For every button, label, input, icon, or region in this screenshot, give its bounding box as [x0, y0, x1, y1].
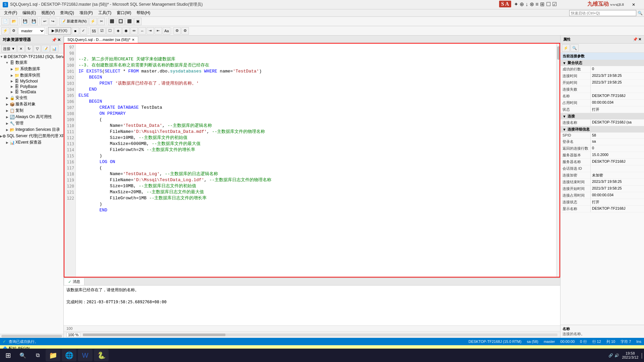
zoom-level[interactable]: 100 % [66, 332, 80, 337]
tree-item-db-snaps[interactable]: ▶📁数据库快照 [0, 72, 63, 79]
tree-item-server-obj[interactable]: ▶📦服务器对象 [0, 101, 63, 107]
tb-b11[interactable]: ⚙ [173, 27, 181, 35]
tree-item-sql-agent[interactable]: ▶⚙SQL Server 代理(已禁用代理 XP) [0, 133, 63, 139]
tb-b1[interactable]: §§ [90, 27, 98, 35]
tree-toggle-testdata[interactable]: ▶ [9, 90, 14, 94]
tree-toggle-always-on[interactable]: ▶ [5, 115, 9, 119]
tree-item-polybase[interactable]: ▶🗄PolyBase [0, 84, 63, 89]
messages-tab[interactable]: ✓ 消息 [64, 278, 85, 285]
tb-b6[interactable]: ⇔ [130, 27, 138, 35]
tree-toggle-security[interactable]: ▶ [5, 96, 9, 100]
pin-icon[interactable]: 📌 [52, 38, 57, 42]
tb-extra2[interactable]: ▣ [134, 18, 142, 25]
close-panel-icon[interactable]: ✕ [57, 38, 61, 42]
tree-toggle-server-obj[interactable]: ▶ [5, 103, 9, 106]
python-app[interactable]: 🐍 [94, 349, 109, 352]
tree-item-testdata[interactable]: ▶🗄TestData [0, 89, 63, 95]
tb-extra1[interactable]: ⬛ [125, 18, 133, 25]
tree-toggle-polybase[interactable]: ▶ [9, 85, 14, 88]
tree-item-management[interactable]: ▶🔧管理 [0, 120, 63, 126]
word-app[interactable]: W [78, 349, 93, 352]
tree-toggle-xevent[interactable]: ▶ [5, 141, 9, 144]
tree-item-myschool[interactable]: ▶🗄MySchool [0, 79, 63, 84]
tab-close-1[interactable]: ✕ [132, 38, 135, 42]
tb-undo[interactable]: ↩ [41, 18, 48, 25]
tb-paste[interactable]: ⬛ [108, 18, 116, 25]
tb-filter[interactable]: 🔲 [117, 18, 125, 25]
execute-button[interactable]: ▶ 执行(X) [48, 27, 71, 35]
tb-b9[interactable]: ⇤ [155, 27, 162, 35]
prop-sort-btn[interactable]: ⚡ [562, 44, 570, 52]
tree-toggle-replication[interactable]: ▶ [5, 109, 9, 112]
menu-file[interactable]: 文件(F) [1, 9, 20, 16]
connect-btn[interactable]: 连接 ▼ [1, 45, 17, 52]
menu-view[interactable]: 视图(V) [39, 9, 57, 16]
tree-toggle-integration[interactable]: ▶ [5, 128, 9, 132]
menu-tools[interactable]: 工具(T) [96, 9, 114, 16]
prop-pin-icon[interactable]: 📌 [633, 37, 638, 42]
tb-b5[interactable]: ◉ [122, 27, 130, 35]
code-content[interactable]: --2. 第二步开始用CREATE 关键字来创建数据库--3. 在创建数据库名称… [76, 43, 556, 277]
tb-b4[interactable]: ◈ [114, 27, 122, 35]
tb-b8[interactable]: ⇥ [147, 27, 154, 35]
menu-window[interactable]: 窗口(W) [114, 9, 134, 16]
horizontal-scroll[interactable] [83, 333, 557, 336]
prop-section-1[interactable]: ▼ 连接 [560, 113, 644, 119]
tb-save[interactable]: 💾 [21, 18, 29, 25]
tree-item-always-on[interactable]: ▶🔄Always On 高可用性 [0, 114, 63, 120]
tb-redo[interactable]: ↪ [49, 18, 56, 25]
tree-toggle-server[interactable]: ▼ [0, 55, 3, 58]
tb-b10[interactable]: Aa [163, 27, 170, 35]
tb-cut[interactable]: ✂ [98, 18, 105, 25]
search-taskbar-btn[interactable]: 🔍 [16, 349, 30, 352]
tb-save-all[interactable]: 💾 [30, 18, 38, 25]
prop-filter-btn[interactable]: 🔍 [571, 44, 579, 52]
tree-item-databases[interactable]: ▼🗄数据库 [0, 59, 63, 66]
prop-close-icon[interactable]: ✕ [638, 37, 641, 42]
tb-col2[interactable]: ⚙ [10, 27, 17, 35]
task-view-btn[interactable]: ⧉ [31, 349, 44, 352]
menu-edit[interactable]: 编辑(E) [20, 9, 39, 16]
tree-toggle-sys-dbs[interactable]: ▶ [9, 67, 14, 71]
query-tab-1[interactable]: SQLQuery1.sql - D....master (sa (58))* ✕ [64, 36, 138, 43]
tb-parse[interactable]: ✓ [80, 27, 87, 35]
disconnect-btn[interactable]: ✕ [17, 45, 25, 52]
tb-b3[interactable]: ☐ [106, 27, 114, 35]
prop-section-2[interactable]: ▼ 连接详细信息 [560, 126, 644, 133]
tree-toggle-databases[interactable]: ▼ [5, 61, 9, 64]
db-selector[interactable]: master [18, 27, 45, 35]
tb-b7[interactable]: ↔ [139, 27, 146, 35]
tree-item-integration[interactable]: ▶📂Integration Services 目录 [0, 126, 63, 133]
menu-project[interactable]: 项目(P) [77, 9, 96, 16]
tb-b12[interactable]: ⚙ [181, 27, 189, 35]
tree-toggle-db-snaps[interactable]: ▶ [9, 74, 14, 77]
start-button[interactable]: ⊞ [1, 349, 15, 352]
quick-search-input[interactable] [569, 10, 636, 16]
menu-query[interactable]: 查询(Q) [57, 9, 76, 16]
tb-connect[interactable]: ⚡ [1, 27, 9, 35]
refresh-btn[interactable]: ↻ [25, 45, 33, 52]
report-btn[interactable]: 📊 [50, 45, 58, 52]
tree-item-server[interactable]: ▼🖥DESKTOP-TF2168J (SQL Server 15.0 [0, 54, 63, 59]
close-button[interactable]: ✕ [626, 0, 641, 9]
tb-new-query[interactable]: 📄 [1, 18, 9, 25]
tb-open[interactable]: 📂 [10, 18, 18, 25]
tb-stop[interactable]: ■ [72, 27, 79, 35]
tree-toggle-myschool[interactable]: ▶ [9, 80, 14, 83]
tree-item-replication[interactable]: ▶📋复制 [0, 107, 63, 114]
explorer-app[interactable]: 📁 [46, 349, 60, 352]
tree-toggle-sql-agent[interactable]: ▶ [0, 135, 2, 138]
tb-b2[interactable]: ☑ [98, 27, 106, 35]
browser-app[interactable]: 🌐 [62, 349, 76, 352]
tree-toggle-management[interactable]: ▶ [5, 122, 9, 125]
filter-btn[interactable]: ▽ [34, 45, 41, 52]
prop-section-0[interactable]: ▼ 聚合状态 [560, 60, 644, 66]
tree-item-sys-dbs[interactable]: ▶📁系统数据库 [0, 66, 63, 72]
menu-help[interactable]: 帮助(H) [134, 9, 153, 16]
vertical-scrollbar[interactable] [556, 43, 560, 277]
tree-item-xevent[interactable]: ▶📊XEvent 探查器 [0, 139, 63, 146]
tree-item-security[interactable]: ▶🔒安全性 [0, 95, 63, 101]
tb-refresh-new-query[interactable]: 📝 新建查询(N) [59, 18, 88, 25]
tb-copy[interactable]: ⚡ [89, 18, 97, 25]
new-query-oe-btn[interactable]: 📝 [42, 45, 50, 52]
